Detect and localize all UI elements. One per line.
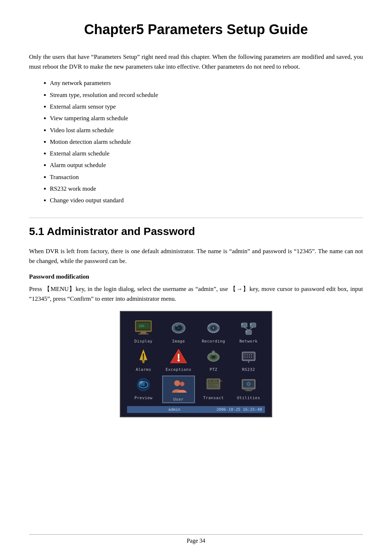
svg-rect-3 (138, 333, 148, 335)
recording-label: Recording (202, 339, 225, 344)
list-item: Any network parameters (44, 77, 363, 89)
statusbar-left (130, 407, 132, 412)
preview-icon (132, 376, 154, 394)
svg-point-41 (244, 357, 245, 358)
svg-line-20 (244, 327, 249, 330)
svg-rect-58 (208, 386, 217, 388)
svg-rect-63 (246, 390, 252, 391)
utilities-icon (238, 376, 260, 394)
svg-rect-17 (241, 323, 247, 327)
network-icon (238, 319, 260, 337)
svg-point-65 (248, 383, 249, 385)
rs232-icon (238, 347, 260, 365)
list-item: View tampering alarm schedule (44, 113, 363, 124)
menu-item-transact: THE MAIN UNIT Transact (197, 376, 230, 403)
list-item: Change video output standard (44, 195, 363, 206)
menu-item-preview: Preview (127, 376, 160, 403)
svg-rect-19 (246, 330, 252, 335)
svg-rect-2 (140, 332, 146, 333)
intro-paragraph: Only the users that have “Parameters Set… (29, 52, 363, 72)
ptz-label: PTZ (210, 367, 217, 372)
list-item: Motion detection alarm schedule (44, 136, 363, 148)
exceptions-icon (168, 347, 189, 365)
rs232-label: RS232 (242, 367, 255, 372)
svg-text:DVR: DVR (139, 325, 144, 328)
alarms-icon (132, 347, 154, 365)
statusbar-admin: admin (168, 407, 180, 412)
svg-point-33 (212, 356, 215, 358)
image-label: Image (172, 339, 185, 344)
section-divider (29, 218, 363, 218)
menu-item-utilities: Utilities (232, 376, 265, 403)
ptz-icon (203, 347, 224, 365)
svg-point-40 (251, 355, 252, 356)
svg-line-21 (249, 327, 253, 330)
svg-rect-15 (208, 327, 210, 329)
transact-icon: THE MAIN UNIT (203, 376, 224, 394)
svg-point-9 (177, 327, 179, 329)
svg-point-42 (246, 357, 248, 358)
image-icon (168, 319, 189, 337)
svg-rect-36 (244, 353, 254, 359)
user-label: User (173, 397, 184, 402)
svg-rect-29 (178, 354, 179, 359)
alarms-label: Alarms (136, 367, 151, 372)
menu-item-display: DVR Display (127, 319, 160, 344)
user-icon (168, 377, 189, 395)
svg-rect-18 (250, 323, 256, 327)
list-item: Alarm output schedule (44, 159, 363, 171)
svg-point-39 (249, 355, 250, 356)
dvr-statusbar: admin 2006-10-25 16:25:40 (127, 406, 265, 413)
svg-point-30 (177, 359, 180, 361)
menu-item-user: User (162, 376, 195, 403)
svg-point-53 (180, 382, 184, 386)
page-number: Page 34 (187, 538, 205, 544)
utilities-label: Utilities (237, 396, 260, 400)
exceptions-label: Exceptions (166, 367, 191, 372)
menu-item-recording: Recording (197, 319, 230, 344)
svg-point-37 (244, 355, 245, 356)
section-51-paragraph: When DVR is left from factory, there is … (29, 246, 363, 266)
list-item: External alarm sensor type (44, 101, 363, 113)
network-label: Network (240, 339, 258, 344)
bullet-list: Any network parameters Stream type, reso… (44, 77, 363, 206)
svg-point-43 (249, 357, 250, 358)
list-item: External alarm schedule (44, 148, 363, 159)
chapter-title: Chapter5 Parameters Setup Guide (29, 22, 363, 37)
display-icon: DVR (132, 319, 154, 337)
display-label: Display (134, 339, 152, 344)
dvr-menu-grid: DVR Display Image (127, 319, 265, 403)
password-modification-body: Press 【MENU】key, in the login dialog, se… (29, 284, 363, 304)
dvr-menu-box: DVR Display Image (120, 311, 272, 417)
list-item: Transaction (44, 171, 363, 183)
svg-rect-56 (208, 383, 219, 384)
svg-point-26 (142, 361, 144, 363)
page-footer: Page 34 (29, 534, 363, 544)
svg-point-28 (143, 358, 144, 360)
list-item: RS232 work mode (44, 183, 363, 195)
svg-rect-57 (208, 385, 215, 386)
list-item: Stream type, resolution and record sched… (44, 89, 363, 101)
dvr-menu-screenshot: DVR Display Image (29, 311, 363, 417)
section-51-title: 5.1 Administrator and Password (29, 225, 363, 238)
menu-item-network: Network (232, 319, 265, 344)
svg-point-44 (251, 357, 252, 358)
menu-item-rs232: RS232 (232, 347, 265, 372)
svg-rect-16 (217, 327, 219, 329)
statusbar-datetime: 2006-10-25 16:25:40 (216, 407, 262, 412)
svg-point-51 (174, 380, 180, 386)
svg-point-24 (246, 331, 247, 332)
svg-point-49 (142, 383, 145, 386)
svg-point-23 (250, 324, 252, 325)
svg-point-14 (213, 327, 214, 329)
menu-item-alarms: Alarms (127, 347, 160, 372)
transact-label: Transact (203, 396, 224, 400)
menu-item-ptz: PTZ (197, 347, 230, 372)
menu-item-image: Image (162, 319, 195, 344)
list-item: Video lost alarm schedule (44, 125, 363, 136)
svg-text:THE MAIN UNIT: THE MAIN UNIT (208, 380, 222, 382)
svg-point-38 (246, 355, 248, 356)
menu-item-exceptions: Exceptions (162, 347, 195, 372)
preview-label: Preview (134, 396, 152, 400)
password-modification-heading: Password modification (29, 273, 363, 280)
